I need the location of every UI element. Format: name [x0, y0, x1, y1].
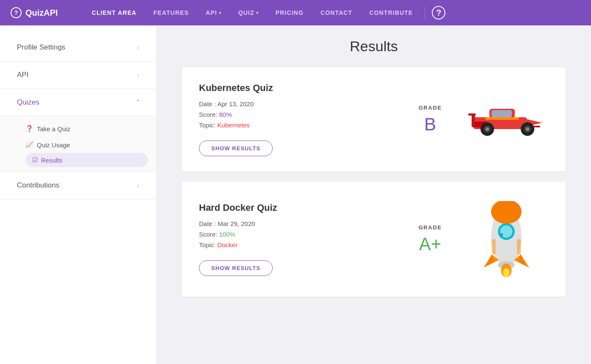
- sidebar-submenu: ❓ Take a Quiz 📈 Quiz Usage ☑ Results: [0, 116, 156, 172]
- question-icon: ❓: [25, 125, 33, 132]
- navbar: ? QuizAPI CLIENT AREA FEATURES API ▾ QUI…: [0, 0, 591, 25]
- nav-client-area[interactable]: CLIENT AREA: [83, 0, 145, 25]
- result-grade-kubernetes: GRADE B: [413, 105, 447, 135]
- logo-text: QuizAPI: [25, 8, 58, 18]
- chart-icon: 📈: [25, 141, 33, 149]
- page-layout: Profile Settings › API › Quizes ˅ ❓ Take…: [0, 0, 591, 364]
- svg-point-12: [486, 127, 489, 131]
- illustration-docker: [464, 197, 549, 281]
- page-title: Results: [182, 38, 566, 55]
- result-date-kubernetes: Date : Apr 13, 2020: [199, 100, 396, 108]
- grade-label-kubernetes: GRADE: [419, 105, 442, 111]
- quiz-title-kubernetes: Kubernetes Quiz: [199, 83, 396, 94]
- main-content: Results Kubernetes Quiz Date : Apr 13, 2…: [157, 25, 591, 364]
- results-icon: ☑: [32, 156, 38, 164]
- svg-rect-7: [468, 113, 476, 116]
- sidebar-item-contributions[interactable]: Contributions ›: [0, 172, 156, 199]
- illustration-kubernetes: [464, 92, 549, 147]
- svg-point-28: [500, 233, 503, 236]
- logo-icon: ?: [10, 7, 22, 19]
- sidebar-item-profile-settings[interactable]: Profile Settings ›: [0, 34, 156, 61]
- sidebar-item-quizes[interactable]: Quizes ˅: [0, 89, 156, 116]
- result-score-docker: Score: 100%: [199, 231, 396, 238]
- chevron-down-icon: ▾: [256, 11, 259, 15]
- chevron-right-icon: ›: [137, 44, 139, 51]
- quiz-title-docker: Hard Docker Quiz: [199, 202, 396, 213]
- chevron-down-icon: ˅: [136, 99, 139, 106]
- nav-links: CLIENT AREA FEATURES API ▾ QUIZ ▾ PRICIN…: [83, 0, 581, 25]
- nav-contribute[interactable]: CONTRIBUTE: [361, 0, 421, 25]
- grade-label-docker: GRADE: [419, 224, 442, 231]
- grade-value-kubernetes: B: [424, 114, 436, 135]
- svg-rect-6: [472, 114, 475, 127]
- show-results-button-kubernetes[interactable]: SHOW RESULTS: [199, 141, 273, 156]
- result-date-docker: Date : Mar 29, 2020: [199, 220, 396, 227]
- nav-pricing[interactable]: PRICING: [267, 0, 312, 25]
- svg-text:?: ?: [14, 9, 18, 16]
- sidebar: Profile Settings › API › Quizes ˅ ❓ Take…: [0, 25, 157, 364]
- sidebar-item-api[interactable]: API ›: [0, 61, 156, 89]
- nav-features[interactable]: FEATURES: [145, 0, 197, 25]
- svg-rect-29: [492, 239, 496, 254]
- chevron-right-icon: ›: [137, 72, 139, 78]
- sidebar-item-quiz-usage[interactable]: 📈 Quiz Usage: [25, 137, 156, 153]
- show-results-button-docker[interactable]: SHOW RESULTS: [199, 260, 273, 276]
- result-grade-docker: GRADE A+: [413, 224, 447, 254]
- chevron-right-icon: ›: [137, 182, 139, 189]
- result-score-kubernetes: Score: 80%: [199, 111, 396, 118]
- nav-divider: [425, 6, 425, 19]
- sidebar-item-take-quiz[interactable]: ❓ Take a Quiz: [25, 121, 156, 137]
- grade-value-docker: A+: [419, 234, 442, 254]
- svg-rect-9: [485, 117, 519, 120]
- svg-point-15: [526, 127, 529, 131]
- result-info-kubernetes: Kubernetes Quiz Date : Apr 13, 2020 Scor…: [199, 83, 396, 156]
- nav-contact[interactable]: CONTACT: [312, 0, 361, 25]
- sidebar-item-results[interactable]: ☑ Results: [25, 153, 148, 167]
- svg-rect-30: [517, 239, 521, 254]
- result-topic-docker: Topic: Docker: [199, 241, 396, 248]
- nav-quiz[interactable]: QUIZ ▾: [230, 0, 267, 25]
- svg-point-27: [503, 268, 509, 277]
- result-info-docker: Hard Docker Quiz Date : Mar 29, 2020 Sco…: [199, 202, 396, 276]
- nav-api[interactable]: API ▾: [197, 0, 230, 25]
- result-topic-kubernetes: Topic: Kubernetes: [199, 121, 396, 129]
- result-card-kubernetes: Kubernetes Quiz Date : Apr 13, 2020 Scor…: [182, 67, 566, 171]
- chevron-down-icon: ▾: [219, 11, 221, 15]
- result-card-docker: Hard Docker Quiz Date : Mar 29, 2020 Sco…: [182, 182, 566, 297]
- svg-rect-16: [492, 110, 512, 117]
- help-icon[interactable]: ?: [432, 6, 445, 19]
- logo[interactable]: ? QuizAPI: [10, 7, 58, 19]
